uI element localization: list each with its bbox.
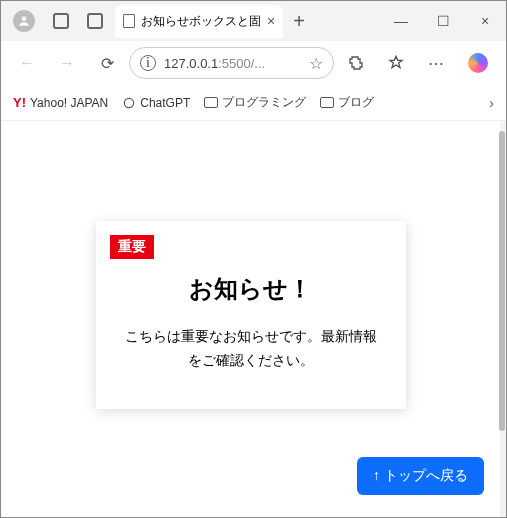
bookmark-blog[interactable]: ブログ [320,94,374,111]
notice-title: お知らせ！ [120,273,382,305]
svg-point-0 [22,16,27,21]
new-tab-button[interactable]: + [293,10,305,33]
reload-button[interactable]: ⟳ [89,47,125,79]
favorite-icon[interactable]: ☆ [309,54,323,73]
close-window-button[interactable]: × [464,6,506,36]
extensions-icon[interactable] [338,47,374,79]
bookmark-label: Yahoo! JAPAN [30,96,108,110]
bookmark-chatgpt[interactable]: ChatGPT [122,96,190,110]
tab-title: お知らせボックスと固 [141,13,261,30]
tab-close-button[interactable]: × [267,13,275,29]
maximize-button[interactable]: ☐ [422,6,464,36]
page-favicon-icon [123,14,135,28]
vertical-scrollbar[interactable] [499,131,505,431]
toolbar: ← → ⟳ i 127.0.0.1:5500/... ☆ ⋯ [1,41,506,85]
address-bar[interactable]: i 127.0.0.1:5500/... ☆ [129,47,334,79]
bookmark-label: ChatGPT [140,96,190,110]
page-viewport: 重要 お知らせ！ こちらは重要なお知らせです。最新情報をご確認ください。 ↑ ト… [1,121,500,517]
forward-button[interactable]: → [49,47,85,79]
chatgpt-icon [122,96,136,110]
window-controls: — ☐ × [380,6,506,36]
browser-tab[interactable]: お知らせボックスと固 × [115,5,283,38]
bookmarks-bar: Y! Yahoo! JAPAN ChatGPT プログラミング ブログ › [1,85,506,121]
folder-icon [204,97,218,108]
bookmark-label: プログラミング [222,94,306,111]
bookmark-programming[interactable]: プログラミング [204,94,306,111]
notice-box: 重要 お知らせ！ こちらは重要なお知らせです。最新情報をご確認ください。 [96,221,406,409]
back-button[interactable]: ← [9,47,45,79]
bookmark-yahoo[interactable]: Y! Yahoo! JAPAN [13,95,108,110]
bookmark-label: ブログ [338,94,374,111]
profile-avatar-icon[interactable] [13,10,35,32]
workspaces-icon[interactable] [53,13,69,29]
menu-button[interactable]: ⋯ [418,47,454,79]
back-to-top-button[interactable]: ↑ トップへ戻る [357,457,484,495]
important-badge: 重要 [110,235,154,259]
favorites-icon[interactable] [378,47,414,79]
notice-text: こちらは重要なお知らせです。最新情報をご確認ください。 [120,325,382,373]
folder-icon [320,97,334,108]
svg-point-1 [125,98,134,107]
minimize-button[interactable]: — [380,6,422,36]
copilot-icon[interactable] [468,53,488,73]
tab-actions-icon[interactable] [87,13,103,29]
address-text: 127.0.0.1:5500/... [164,56,301,71]
site-info-icon[interactable]: i [140,55,156,71]
bookmarks-overflow-button[interactable]: › [489,95,494,111]
yahoo-logo-icon: Y! [13,95,26,110]
titlebar: お知らせボックスと固 × + — ☐ × [1,1,506,41]
